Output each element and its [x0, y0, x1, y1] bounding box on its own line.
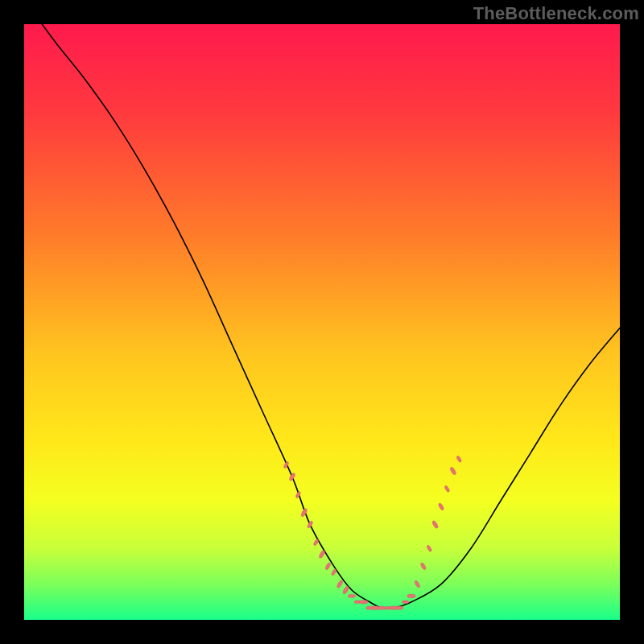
marker-dot [360, 600, 368, 604]
watermark-text: TheBottleneck.com [473, 3, 639, 24]
marker-dot [331, 568, 337, 576]
marker-dot [313, 539, 320, 547]
marker-dot [407, 594, 415, 598]
marker-dot [426, 544, 432, 552]
marker-dot [438, 502, 445, 510]
bottleneck-curve [42, 24, 620, 609]
marker-dot [307, 520, 314, 528]
plot-area [24, 24, 620, 620]
marker-dot [414, 580, 421, 588]
marker-dot [288, 473, 295, 481]
marker-dot [324, 562, 332, 570]
marker-dot [444, 485, 450, 493]
chart-frame: TheBottleneck.com [0, 0, 644, 644]
marker-dot [342, 585, 350, 595]
marker-dot [420, 562, 427, 570]
marker-dot [395, 606, 403, 609]
marker-dot [336, 580, 344, 588]
marker-dot [431, 520, 439, 529]
marker-dot [456, 455, 462, 463]
marker-dot [348, 594, 356, 597]
marker-dot [402, 601, 409, 604]
lowpoint-markers [283, 455, 462, 609]
marker-dot [449, 466, 456, 475]
marker-dot [318, 550, 325, 559]
plot-svg [24, 24, 620, 620]
